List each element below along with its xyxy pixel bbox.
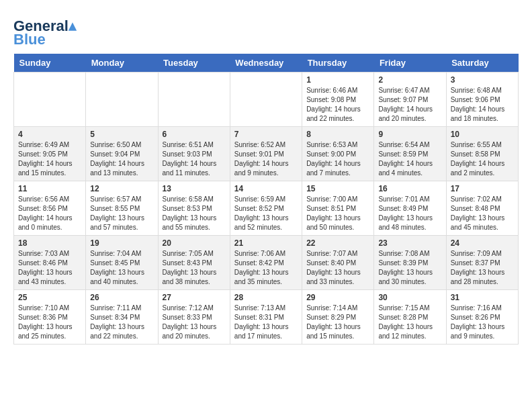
calendar-day-cell: 14Sunrise: 6:59 AM Sunset: 8:52 PM Dayli… [230, 181, 302, 236]
calendar-day-cell: 30Sunrise: 7:15 AM Sunset: 8:28 PM Dayli… [374, 290, 446, 345]
day-number: 23 [378, 238, 441, 248]
day-info: Sunrise: 6:55 AM Sunset: 8:58 PM Dayligh… [451, 140, 514, 178]
day-info: Sunrise: 6:47 AM Sunset: 9:07 PM Dayligh… [378, 86, 441, 124]
day-info: Sunrise: 6:58 AM Sunset: 8:53 PM Dayligh… [163, 195, 226, 232]
day-number: 13 [163, 184, 226, 193]
day-number: 17 [451, 184, 514, 193]
page-header: General▴ Blue [13, 16, 519, 47]
day-info: Sunrise: 7:14 AM Sunset: 8:29 PM Dayligh… [306, 304, 369, 341]
day-info: Sunrise: 7:12 AM Sunset: 8:33 PM Dayligh… [163, 304, 226, 341]
day-info: Sunrise: 7:10 AM Sunset: 8:36 PM Dayligh… [18, 304, 81, 341]
day-of-week-header: Thursday [302, 54, 374, 73]
calendar-day-cell: 13Sunrise: 6:58 AM Sunset: 8:53 PM Dayli… [158, 181, 230, 236]
day-info: Sunrise: 6:52 AM Sunset: 9:01 PM Dayligh… [234, 140, 298, 178]
day-number: 2 [378, 75, 441, 85]
calendar-day-cell [86, 73, 158, 127]
day-number: 12 [90, 184, 153, 193]
day-info: Sunrise: 6:57 AM Sunset: 8:55 PM Dayligh… [90, 195, 153, 232]
calendar-day-cell: 12Sunrise: 6:57 AM Sunset: 8:55 PM Dayli… [86, 181, 158, 236]
day-info: Sunrise: 7:07 AM Sunset: 8:40 PM Dayligh… [306, 249, 369, 287]
day-number: 14 [234, 184, 298, 193]
calendar-day-cell: 20Sunrise: 7:05 AM Sunset: 8:43 PM Dayli… [158, 236, 230, 290]
calendar-day-cell: 3Sunrise: 6:48 AM Sunset: 9:06 PM Daylig… [446, 73, 518, 127]
calendar-day-cell: 11Sunrise: 6:56 AM Sunset: 8:56 PM Dayli… [14, 181, 86, 236]
day-info: Sunrise: 7:08 AM Sunset: 8:39 PM Dayligh… [378, 249, 441, 287]
day-info: Sunrise: 7:02 AM Sunset: 8:48 PM Dayligh… [451, 195, 514, 232]
calendar-day-cell: 9Sunrise: 6:54 AM Sunset: 8:59 PM Daylig… [374, 127, 446, 181]
calendar-week-row: 18Sunrise: 7:03 AM Sunset: 8:46 PM Dayli… [14, 236, 519, 290]
calendar-day-cell: 31Sunrise: 7:16 AM Sunset: 8:26 PM Dayli… [446, 290, 518, 345]
day-number: 1 [306, 75, 369, 85]
calendar-day-cell: 1Sunrise: 6:46 AM Sunset: 9:08 PM Daylig… [302, 73, 374, 127]
day-info: Sunrise: 7:11 AM Sunset: 8:34 PM Dayligh… [90, 304, 153, 341]
day-of-week-header: Monday [86, 54, 158, 73]
day-number: 4 [18, 130, 81, 139]
calendar-day-cell: 7Sunrise: 6:52 AM Sunset: 9:01 PM Daylig… [230, 127, 302, 181]
calendar-day-cell: 29Sunrise: 7:14 AM Sunset: 8:29 PM Dayli… [302, 290, 374, 345]
day-info: Sunrise: 7:16 AM Sunset: 8:26 PM Dayligh… [451, 304, 514, 341]
day-number: 21 [234, 238, 298, 248]
day-info: Sunrise: 7:03 AM Sunset: 8:46 PM Dayligh… [18, 249, 81, 287]
calendar-day-cell: 17Sunrise: 7:02 AM Sunset: 8:48 PM Dayli… [446, 181, 518, 236]
calendar-day-cell: 16Sunrise: 7:01 AM Sunset: 8:49 PM Dayli… [374, 181, 446, 236]
day-number: 16 [378, 184, 441, 193]
day-number: 28 [234, 293, 298, 302]
logo: General▴ Blue [13, 19, 76, 47]
calendar-day-cell: 21Sunrise: 7:06 AM Sunset: 8:42 PM Dayli… [230, 236, 302, 290]
logo-blue: Blue [13, 32, 46, 47]
day-number: 7 [234, 130, 298, 139]
day-info: Sunrise: 6:49 AM Sunset: 9:05 PM Dayligh… [18, 140, 81, 178]
calendar-day-cell: 26Sunrise: 7:11 AM Sunset: 8:34 PM Dayli… [86, 290, 158, 345]
day-number: 22 [306, 238, 369, 248]
day-info: Sunrise: 6:46 AM Sunset: 9:08 PM Dayligh… [306, 86, 369, 124]
day-number: 29 [306, 293, 369, 302]
day-info: Sunrise: 7:04 AM Sunset: 8:45 PM Dayligh… [90, 249, 153, 287]
day-info: Sunrise: 7:15 AM Sunset: 8:28 PM Dayligh… [378, 304, 441, 341]
calendar-day-cell: 8Sunrise: 6:53 AM Sunset: 9:00 PM Daylig… [302, 127, 374, 181]
day-info: Sunrise: 6:56 AM Sunset: 8:56 PM Dayligh… [18, 195, 81, 232]
calendar-day-cell: 28Sunrise: 7:13 AM Sunset: 8:31 PM Dayli… [230, 290, 302, 345]
day-number: 3 [451, 75, 514, 85]
day-of-week-header: Tuesday [158, 54, 230, 73]
calendar-day-cell [230, 73, 302, 127]
day-number: 5 [90, 130, 153, 139]
calendar-day-cell: 24Sunrise: 7:09 AM Sunset: 8:37 PM Dayli… [446, 236, 518, 290]
day-number: 24 [451, 238, 514, 248]
calendar-day-cell: 6Sunrise: 6:51 AM Sunset: 9:03 PM Daylig… [158, 127, 230, 181]
calendar-day-cell: 4Sunrise: 6:49 AM Sunset: 9:05 PM Daylig… [14, 127, 86, 181]
day-of-week-header: Sunday [14, 54, 86, 73]
day-info: Sunrise: 6:48 AM Sunset: 9:06 PM Dayligh… [451, 86, 514, 124]
calendar-day-cell: 25Sunrise: 7:10 AM Sunset: 8:36 PM Dayli… [14, 290, 86, 345]
calendar-day-cell: 10Sunrise: 6:55 AM Sunset: 8:58 PM Dayli… [446, 127, 518, 181]
calendar-day-cell: 19Sunrise: 7:04 AM Sunset: 8:45 PM Dayli… [86, 236, 158, 290]
day-number: 19 [90, 238, 153, 248]
day-of-week-header: Saturday [446, 54, 518, 73]
day-info: Sunrise: 7:09 AM Sunset: 8:37 PM Dayligh… [451, 249, 514, 287]
calendar-day-cell: 2Sunrise: 6:47 AM Sunset: 9:07 PM Daylig… [374, 73, 446, 127]
day-number: 11 [18, 184, 81, 193]
calendar-day-cell: 23Sunrise: 7:08 AM Sunset: 8:39 PM Dayli… [374, 236, 446, 290]
day-info: Sunrise: 7:01 AM Sunset: 8:49 PM Dayligh… [378, 195, 441, 232]
calendar-week-row: 11Sunrise: 6:56 AM Sunset: 8:56 PM Dayli… [14, 181, 519, 236]
day-number: 20 [163, 238, 226, 248]
day-number: 26 [90, 293, 153, 302]
calendar-day-cell: 18Sunrise: 7:03 AM Sunset: 8:46 PM Dayli… [14, 236, 86, 290]
calendar-week-row: 25Sunrise: 7:10 AM Sunset: 8:36 PM Dayli… [14, 290, 519, 345]
day-info: Sunrise: 6:59 AM Sunset: 8:52 PM Dayligh… [234, 195, 298, 232]
day-info: Sunrise: 6:51 AM Sunset: 9:03 PM Dayligh… [163, 140, 226, 178]
day-number: 27 [163, 293, 226, 302]
calendar-day-cell: 5Sunrise: 6:50 AM Sunset: 9:04 PM Daylig… [86, 127, 158, 181]
day-number: 31 [451, 293, 514, 302]
day-number: 25 [18, 293, 81, 302]
day-number: 6 [163, 130, 226, 139]
day-info: Sunrise: 7:13 AM Sunset: 8:31 PM Dayligh… [234, 304, 298, 341]
day-info: Sunrise: 6:54 AM Sunset: 8:59 PM Dayligh… [378, 140, 441, 178]
day-number: 8 [306, 130, 369, 139]
calendar-header-row: SundayMondayTuesdayWednesdayThursdayFrid… [14, 54, 519, 73]
calendar-day-cell [158, 73, 230, 127]
day-info: Sunrise: 6:50 AM Sunset: 9:04 PM Dayligh… [90, 140, 153, 178]
day-of-week-header: Friday [374, 54, 446, 73]
calendar-day-cell [14, 73, 86, 127]
day-info: Sunrise: 7:05 AM Sunset: 8:43 PM Dayligh… [163, 249, 226, 287]
day-number: 9 [378, 130, 441, 139]
